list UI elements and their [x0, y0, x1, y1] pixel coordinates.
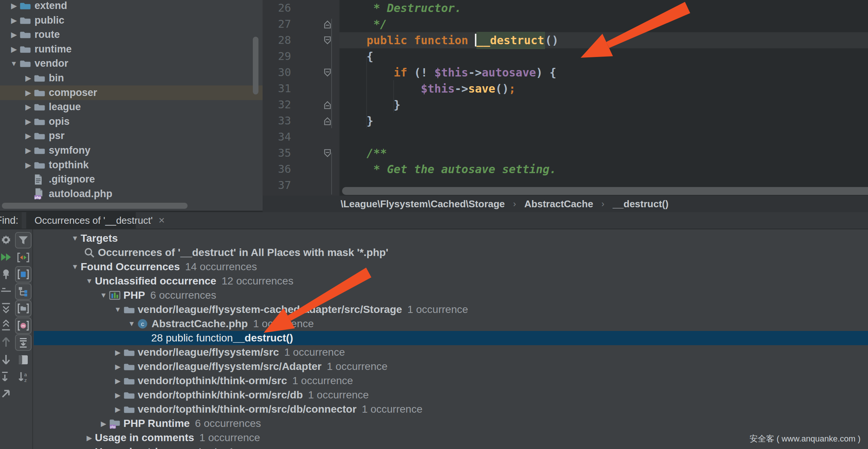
toolbar-row — [0, 385, 32, 402]
flatten-packages-icon[interactable] — [15, 334, 32, 351]
breadcrumb-item[interactable]: \League\Flysystem\Cached\Storage — [341, 198, 505, 210]
chevron-down-icon[interactable]: ▼ — [69, 263, 81, 271]
project-tree-item-autoload-php[interactable]: phpautoload.php — [0, 187, 275, 201]
project-tree-item-opis[interactable]: ▶opis — [0, 114, 275, 129]
project-tree-item-public[interactable]: ▶public — [0, 13, 260, 28]
settings-icon[interactable] — [0, 234, 12, 246]
find-tree-row[interactable]: ▶vendor/topthink/think-orm/src/db1 occur… — [34, 388, 868, 402]
open-in-new-window-icon[interactable] — [0, 388, 12, 400]
tree-item-label: runtime — [35, 43, 72, 55]
code-line-33: } — [339, 113, 373, 129]
chevron-right-icon[interactable]: ▶ — [23, 146, 34, 155]
project-tree-horizontal-scrollbar[interactable] — [2, 203, 188, 209]
chevron-right-icon[interactable]: ▶ — [8, 45, 20, 54]
find-tree-row[interactable]: ▶phpPHP Runtime6 occurrences — [34, 416, 868, 431]
code-editor[interactable]: 262728293031323334353637 * Destructor. *… — [263, 0, 868, 212]
code-line-29: { — [339, 48, 373, 64]
group-by-usage-type-icon[interactable] — [15, 249, 32, 266]
find-result-selected-row[interactable]: 28 public function __destruct() — [34, 331, 868, 345]
find-tree-row[interactable]: ▼Unclassified occurrence12 occurrences — [34, 274, 868, 288]
find-tree-row[interactable]: ▼cAbstractCache.php1 occurrence — [34, 317, 868, 331]
filter-icon[interactable] — [15, 232, 32, 248]
chevron-right-icon[interactable]: ▶ — [23, 88, 34, 97]
next-occurrence-icon[interactable] — [0, 353, 12, 365]
chevron-down-icon[interactable]: ▼ — [84, 277, 95, 285]
jump-to-source-icon[interactable] — [0, 370, 12, 382]
chevron-right-icon[interactable]: ▶ — [23, 161, 34, 169]
project-tree-item-psr[interactable]: ▶psr — [0, 129, 275, 143]
find-toolbar: maz — [0, 229, 33, 449]
find-tree-row[interactable]: Occurrences of '__destruct' in All Place… — [34, 245, 868, 260]
pin-icon[interactable] — [0, 268, 12, 280]
chevron-right-icon[interactable]: ▶ — [8, 16, 20, 25]
project-tree-item-league[interactable]: ▶league — [0, 100, 275, 114]
chevron-right-icon[interactable]: ▶ — [112, 405, 123, 414]
chevron-right-icon[interactable]: ▶ — [112, 362, 123, 371]
project-tree-vertical-scrollbar[interactable] — [253, 37, 258, 94]
breadcrumb-item[interactable]: __destruct() — [613, 198, 668, 210]
find-results-tab[interactable]: Occurrences of '__destruct' × — [26, 212, 136, 229]
svg-text:php: php — [35, 196, 41, 199]
find-tree-row[interactable]: ▶vendor/topthink/think-orm/src/db/connec… — [34, 402, 868, 416]
chevron-right-icon[interactable]: ▶ — [112, 391, 123, 400]
chevron-right-icon[interactable]: ▶ — [112, 348, 123, 357]
tree-item-label: composer — [49, 87, 97, 99]
chevron-right-icon[interactable]: ▶ — [98, 419, 109, 428]
watermark: 安全客 ( www.anquanke.com ) — [749, 433, 860, 445]
collapse-all-icon[interactable] — [0, 319, 12, 331]
editor-gutter: 262728293031323334353637 — [263, 0, 339, 196]
previous-occurrence-icon[interactable] — [0, 336, 12, 348]
show-in-split-icon[interactable] — [15, 352, 32, 368]
toolbar-row — [0, 334, 32, 351]
tree-item-label: league — [49, 101, 81, 113]
expand-all-icon[interactable] — [0, 302, 12, 314]
chevron-right-icon[interactable]: ▶ — [84, 434, 95, 442]
chevron-down-icon[interactable]: ▼ — [98, 291, 109, 299]
find-tree-row[interactable]: ▶vendor/topthink/think-orm/src1 occurren… — [34, 374, 868, 388]
chevron-right-icon[interactable]: ▶ — [8, 30, 20, 39]
chevron-right-icon[interactable]: ▶ — [84, 448, 95, 449]
chevron-right-icon[interactable]: ▶ — [23, 117, 34, 126]
chevron-right-icon[interactable]: ▶ — [8, 1, 20, 10]
code-line-32: } — [339, 97, 401, 113]
group-by-directory-icon[interactable] — [15, 300, 32, 317]
chevron-down-icon[interactable]: ▼ — [8, 60, 20, 68]
rerun-icon[interactable] — [0, 251, 12, 263]
autoscroll-to-source-icon[interactable] — [0, 285, 12, 297]
find-tree-row[interactable]: ▶vendor/league/flysystem/src1 occurrence — [34, 345, 868, 359]
chevron-down-icon[interactable]: ▼ — [126, 320, 137, 328]
project-tree-item-route[interactable]: ▶route — [0, 27, 260, 42]
chevron-right-icon[interactable]: ▶ — [23, 74, 34, 82]
sort-alphabetically-icon[interactable]: az — [15, 368, 32, 385]
chevron-right-icon[interactable]: ▶ — [23, 103, 34, 111]
project-tree-item-symfony[interactable]: ▶symfony — [0, 143, 275, 158]
project-tree-item--gitignore[interactable]: .gitignore — [0, 172, 275, 187]
find-row-label: vendor/league/flysystem-cached-adapter/s… — [138, 304, 402, 316]
close-icon[interactable]: × — [159, 214, 165, 226]
chevron-down-icon[interactable]: ▼ — [112, 305, 123, 314]
group-by-method-icon[interactable]: m — [15, 317, 32, 334]
chevron-right-icon[interactable]: ▶ — [112, 377, 123, 385]
breadcrumb-item[interactable]: AbstractCache — [524, 198, 593, 210]
find-tree-row[interactable]: ▶Usage in comments1 occurrence — [34, 431, 868, 445]
project-tree-item-runtime[interactable]: ▶runtime — [0, 42, 260, 57]
chevron-down-icon[interactable]: ▼ — [69, 234, 81, 242]
group-by-structure-icon[interactable] — [15, 283, 32, 300]
project-tree-item-extend[interactable]: ▶extend — [0, 0, 260, 13]
project-tree-item-bin[interactable]: ▶bin — [0, 71, 275, 85]
find-tree-row[interactable]: ▶vendor/league/flysystem/src/Adapter1 oc… — [34, 359, 868, 374]
find-tree-row[interactable]: ▼PHP6 occurrences — [34, 288, 868, 302]
find-tree-row[interactable]: ▶Usage in string constants1 occurrence — [34, 445, 868, 449]
project-tree-item-vendor[interactable]: ▼vendor — [0, 56, 260, 71]
line-number: 31 — [263, 81, 291, 97]
find-tree-row[interactable]: ▼vendor/league/flysystem-cached-adapter/… — [34, 302, 868, 317]
chevron-right-icon[interactable]: ▶ — [23, 132, 34, 140]
show-preview-icon[interactable] — [15, 266, 32, 283]
folder-icon — [34, 146, 49, 155]
find-tree-row[interactable]: ▼Found Occurrences14 occurrences — [34, 260, 868, 274]
find-tree-row[interactable]: ▼Targets — [34, 231, 868, 245]
project-tree-item-composer[interactable]: ▶composer — [0, 85, 275, 100]
project-tree-item-topthink[interactable]: ▶topthink — [0, 158, 275, 172]
code-line-28: public function __destruct() — [339, 32, 559, 48]
editor-horizontal-scrollbar[interactable] — [342, 187, 868, 195]
